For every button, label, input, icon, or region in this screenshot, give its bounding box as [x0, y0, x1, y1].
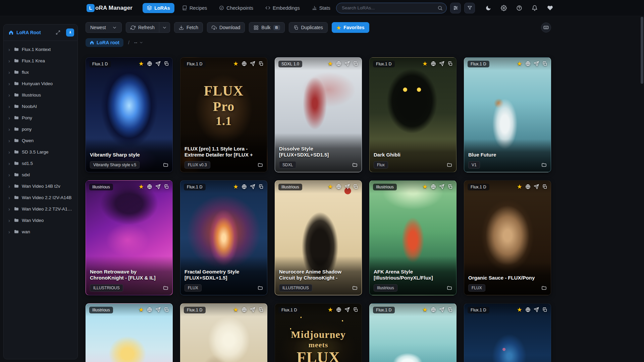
- chevron-right-icon[interactable]: ›: [8, 184, 11, 189]
- search-icon[interactable]: [437, 5, 443, 11]
- nav-tab-checkpoints[interactable]: Checkpoints: [215, 3, 258, 13]
- globe-icon[interactable]: [525, 184, 531, 189]
- send-icon[interactable]: [250, 307, 255, 312]
- sidebar-folder-item[interactable]: › pony: [4, 123, 77, 135]
- sidebar-folder-item[interactable]: › sd1.5: [4, 158, 77, 169]
- keyboard-shortcuts-button[interactable]: [541, 22, 551, 33]
- send-icon[interactable]: [534, 61, 539, 66]
- nav-tab-stats[interactable]: Stats: [308, 3, 335, 13]
- lora-card[interactable]: Flux.1 D ★ Vibrantly Sharp style Vibrant…: [86, 57, 173, 172]
- lora-card[interactable]: Illustrious ★: [86, 303, 173, 362]
- sidebar-folder-item[interactable]: › Qwen: [4, 135, 77, 146]
- scrollbar-thumb[interactable]: [641, 17, 643, 84]
- sidebar-folder-item[interactable]: › SD 3.5 Large: [4, 146, 77, 158]
- bulk-button[interactable]: Bulk B: [249, 22, 284, 33]
- chevron-right-icon[interactable]: ›: [8, 172, 11, 177]
- move-folder-icon[interactable]: [163, 162, 168, 168]
- move-folder-icon[interactable]: [163, 285, 168, 291]
- sidebar-folder-item[interactable]: › Wan Video 14B t2v: [4, 180, 77, 192]
- globe-icon[interactable]: [241, 61, 247, 66]
- globe-icon[interactable]: [147, 184, 152, 189]
- send-icon[interactable]: [344, 61, 350, 66]
- sidebar-folder-item[interactable]: › sdxl: [4, 169, 77, 180]
- globe-icon[interactable]: [147, 307, 152, 312]
- nav-tab-embeddings[interactable]: Embeddings: [261, 3, 304, 13]
- chevron-right-icon[interactable]: ›: [8, 195, 11, 200]
- copy-icon[interactable]: [447, 61, 453, 66]
- lora-card[interactable]: Flux.1 D ★: [369, 303, 457, 362]
- send-icon[interactable]: [534, 307, 539, 312]
- chevron-right-icon[interactable]: ›: [8, 70, 11, 75]
- chevron-right-icon[interactable]: ›: [8, 149, 11, 155]
- chevron-right-icon[interactable]: ›: [8, 161, 11, 166]
- chevron-right-icon[interactable]: ›: [8, 58, 11, 63]
- copy-icon[interactable]: [447, 184, 453, 189]
- vertical-scrollbar[interactable]: [641, 17, 643, 359]
- favorite-star-icon[interactable]: ★: [517, 307, 522, 313]
- chevron-right-icon[interactable]: ›: [8, 115, 11, 120]
- filter-funnel-button[interactable]: [464, 3, 475, 13]
- lora-card[interactable]: Flux.1 D ★ FLUXPro1.1 FLUX [pro] 1.1 Sty…: [180, 57, 267, 172]
- send-icon[interactable]: [439, 61, 444, 66]
- favorite-star-icon[interactable]: ★: [139, 184, 144, 190]
- globe-icon[interactable]: [431, 61, 436, 66]
- globe-icon[interactable]: [431, 184, 436, 189]
- sidebar-folder-item[interactable]: › Flux.1 Kontext: [4, 44, 77, 55]
- refresh-button[interactable]: Refresh: [126, 22, 159, 33]
- favorite-star-icon[interactable]: ★: [139, 61, 144, 67]
- send-icon[interactable]: [344, 307, 350, 312]
- globe-icon[interactable]: [241, 184, 247, 189]
- favorite-star-icon[interactable]: ★: [328, 307, 333, 313]
- chevron-right-icon[interactable]: ›: [8, 138, 11, 143]
- settings-button[interactable]: [500, 5, 507, 11]
- globe-icon[interactable]: [431, 307, 436, 312]
- globe-icon[interactable]: [336, 184, 341, 189]
- lora-card[interactable]: Flux.1 D ★: [180, 303, 267, 362]
- send-icon[interactable]: [155, 307, 161, 312]
- notifications-button[interactable]: [531, 5, 538, 11]
- lora-card[interactable]: SDXL 1.0 ★ Dissolve Style [FLUX+SDXL+SD1…: [275, 57, 362, 172]
- lora-card[interactable]: Flux.1 D ★: [464, 303, 551, 362]
- copy-icon[interactable]: [258, 61, 264, 66]
- lora-card[interactable]: Flux.1 D ★ Blue Future V1: [464, 57, 551, 172]
- favorite-star-icon[interactable]: ★: [139, 307, 144, 313]
- copy-icon[interactable]: [542, 61, 547, 66]
- sidebar-folder-item[interactable]: › Wan Video: [4, 215, 77, 226]
- favorite-star-icon[interactable]: ★: [422, 61, 428, 67]
- sidebar-root-label[interactable]: LoRA Root: [16, 30, 53, 35]
- chevron-right-icon[interactable]: ›: [8, 47, 11, 52]
- lora-card[interactable]: Illustrious ★ Neon Retrowave by ChronoKn…: [86, 180, 173, 295]
- sidebar-folder-item[interactable]: › wan: [4, 226, 77, 237]
- move-folder-icon[interactable]: [447, 162, 452, 168]
- breadcrumb-root[interactable]: LoRA root: [86, 38, 123, 47]
- move-folder-icon[interactable]: [352, 162, 358, 168]
- chevron-right-icon[interactable]: ›: [8, 104, 11, 109]
- help-button[interactable]: [516, 5, 523, 11]
- favorites-filter-button[interactable]: ★ Favorites: [332, 22, 369, 33]
- expand-tree-icon[interactable]: [55, 30, 61, 35]
- send-icon[interactable]: [250, 184, 255, 189]
- favorites-nav-button[interactable]: [547, 5, 553, 11]
- move-folder-icon[interactable]: [352, 285, 358, 291]
- favorite-star-icon[interactable]: ★: [233, 61, 238, 67]
- lora-card[interactable]: Flux.1 D ★ Fractal Geometry Style [FLUX+…: [180, 180, 267, 295]
- send-icon[interactable]: [534, 184, 539, 189]
- copy-icon[interactable]: [258, 307, 264, 312]
- chevron-right-icon[interactable]: ›: [8, 127, 11, 132]
- lora-card[interactable]: Flux.1 D ★ Organic Sauce - FLUX/Pony FLU…: [464, 180, 551, 295]
- move-folder-icon[interactable]: [541, 285, 547, 291]
- copy-icon[interactable]: [542, 184, 547, 189]
- copy-icon[interactable]: [164, 61, 169, 66]
- duplicates-button[interactable]: Duplicates: [289, 22, 328, 33]
- send-icon[interactable]: [155, 184, 161, 189]
- copy-icon[interactable]: [164, 184, 169, 189]
- globe-icon[interactable]: [147, 61, 152, 66]
- send-icon[interactable]: [439, 184, 444, 189]
- favorite-star-icon[interactable]: ★: [233, 307, 238, 313]
- globe-icon[interactable]: [525, 307, 531, 312]
- fetch-button[interactable]: Fetch: [174, 22, 203, 33]
- favorite-star-icon[interactable]: ★: [422, 307, 428, 313]
- copy-icon[interactable]: [542, 307, 547, 312]
- favorite-star-icon[interactable]: ★: [328, 184, 333, 190]
- copy-icon[interactable]: [353, 184, 358, 189]
